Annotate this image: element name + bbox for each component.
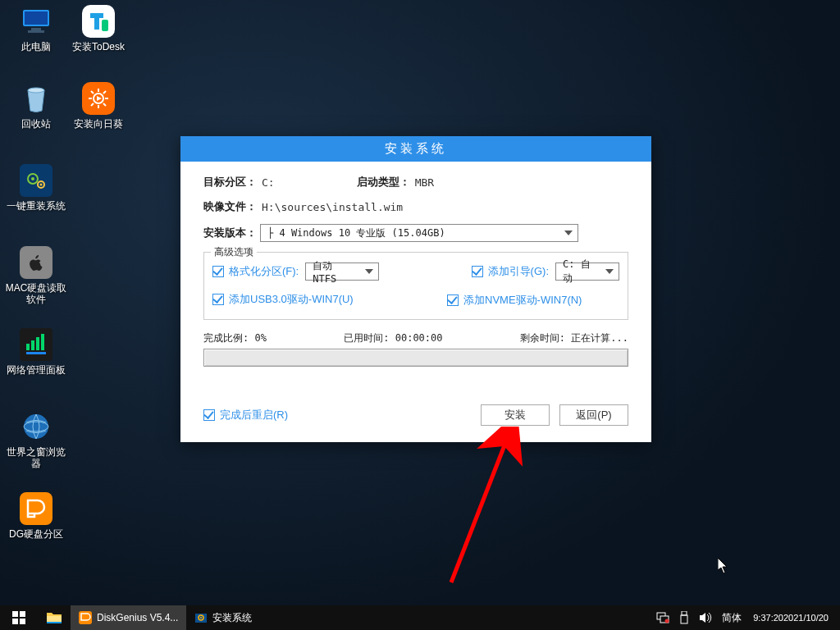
svg-line-27 [451,435,509,582]
install-version-select[interactable]: ├ 4 Windows 10 专业版 (15.04GB) [260,224,578,242]
folder-icon [46,610,62,625]
desktop-icon-sunflower[interactable]: 安装向日葵 [67,82,130,130]
desktop-icon-label: MAC硬盘读取软件 [5,282,67,305]
svg-rect-31 [20,619,25,624]
sunflower-icon [82,82,115,115]
svg-point-19 [40,184,43,186]
svg-rect-2 [31,28,41,30]
checkbox-icon [212,266,224,277]
checkbox-icon [203,409,215,421]
checkbox-icon [472,266,483,277]
format-fs-value: 自动 NTFS [313,259,358,285]
system-tray: 简体 9:37:20 2021/10/20 [651,605,840,630]
svg-rect-41 [682,611,687,615]
target-partition-label: 目标分区： [203,175,257,189]
install-version-label: 安装版本： [203,226,257,240]
boot-type-label: 启动类型： [357,175,410,189]
chevron-down-icon [365,269,373,274]
svg-point-25 [24,414,48,439]
desktop-icon-reinstall[interactable]: 一键重装系统 [5,164,67,212]
tray-network[interactable] [651,605,674,630]
taskbar-label: 安装系统 [212,611,252,625]
svg-rect-20 [26,344,30,350]
network-icon [656,612,669,623]
install-button[interactable]: 安装 [481,404,550,426]
svg-point-40 [665,619,669,623]
clock-time: 9:37:20 [753,613,783,623]
windows-icon [12,611,25,624]
install-version-value: ├ 4 Windows 10 专业版 (15.04GB) [267,226,445,240]
desktop-icon-recycle-bin[interactable]: 回收站 [5,82,67,130]
progress-elapsed-value: 00:00:00 [395,332,443,344]
boot-drive-select[interactable]: C: 自动 [555,262,619,281]
svg-line-11 [91,91,94,94]
checkbox-icon [447,294,459,306]
taskbar-app-diskgenius[interactable]: DiskGenius V5.4... [71,605,186,630]
desktop-icon-this-pc[interactable]: 此电脑 [5,5,67,52]
tray-ime[interactable]: 简体 [717,605,746,630]
svg-rect-22 [36,337,39,350]
chevron-down-icon [605,269,614,274]
svg-rect-29 [20,611,25,617]
svg-rect-28 [12,611,18,617]
image-file-label: 映像文件： [203,199,257,214]
speaker-icon [699,612,712,623]
svg-rect-23 [41,334,44,350]
format-fs-select[interactable]: 自动 NTFS [305,262,379,281]
progress-bar [203,349,628,367]
desktop-icon-label: 一键重装系统 [5,200,67,212]
dialog-body: 目标分区： C: 启动类型： MBR 映像文件： H:\sources\inst… [180,162,651,380]
nvme-driver-checkbox[interactable]: 添加NVME驱动-WIN7(N) [447,292,582,308]
reboot-after-checkbox[interactable]: 完成后重启(R) [203,408,288,422]
svg-rect-4 [102,20,108,31]
cursor-icon [718,558,729,574]
start-button[interactable] [0,605,38,630]
installer-icon [194,611,208,624]
back-button[interactable]: 返回(P) [559,404,628,426]
tray-volume[interactable] [694,605,717,630]
dialog-title: 安装系统 [180,136,651,162]
desktop-icon-mac-disk[interactable]: MAC硬盘读取软件 [5,246,67,305]
usb-icon [679,611,689,624]
progress-done-label: 完成比例: [203,332,249,344]
tray-clock[interactable]: 9:37:20 2021/10/20 [746,605,835,630]
annotation-arrow [443,427,558,591]
svg-line-14 [103,91,106,94]
boot-drive-value: C: 自动 [563,258,599,285]
desktop-icon-label: 此电脑 [5,41,67,52]
target-partition-value: C: [262,176,275,189]
desktop-icon-diskgenius[interactable]: DG硬盘分区 [5,492,67,540]
desktop-icon-todesk[interactable]: 安装ToDesk [67,5,130,52]
image-file-value: H:\sources\install.wim [262,201,403,213]
svg-point-5 [28,88,44,93]
desktop-icon-label: 回收站 [5,118,67,130]
usb3-driver-checkbox[interactable]: 添加USB3.0驱动-WIN7(U) [212,292,354,307]
advanced-options-legend: 高级选项 [211,245,257,259]
taskbar-explorer[interactable] [38,605,71,630]
progress-done-value: 0% [254,332,266,344]
svg-rect-33 [47,622,62,623]
svg-rect-1 [25,11,48,25]
svg-marker-15 [97,96,102,101]
format-partition-label: 格式化分区(F): [229,264,299,279]
desktop-icon-label: DG硬盘分区 [5,528,67,540]
todesk-icon [82,5,115,38]
trash-icon [20,82,52,115]
svg-line-13 [91,103,94,106]
taskbar-app-installer[interactable]: 安装系统 [186,605,260,630]
tray-usb[interactable] [674,605,694,630]
format-partition-checkbox[interactable]: 格式化分区(F): [212,264,299,279]
boot-type-value: MBR [415,176,434,189]
desktop-icon-label: 安装向日葵 [67,118,130,130]
checkbox-icon [212,294,224,305]
svg-rect-24 [26,352,46,354]
monitor-icon [20,5,52,38]
desktop-icon-browser[interactable]: 世界之窗浏览器 [5,410,67,469]
svg-rect-21 [31,340,34,350]
globe-icon [20,410,52,443]
add-boot-checkbox[interactable]: 添加引导(G): [472,264,549,279]
gears-icon [20,164,52,197]
diskgenius-icon [20,492,52,525]
desktop-icon-netpanel[interactable]: 网络管理面板 [5,328,67,376]
taskbar-label: DiskGenius V5.4... [97,612,178,623]
